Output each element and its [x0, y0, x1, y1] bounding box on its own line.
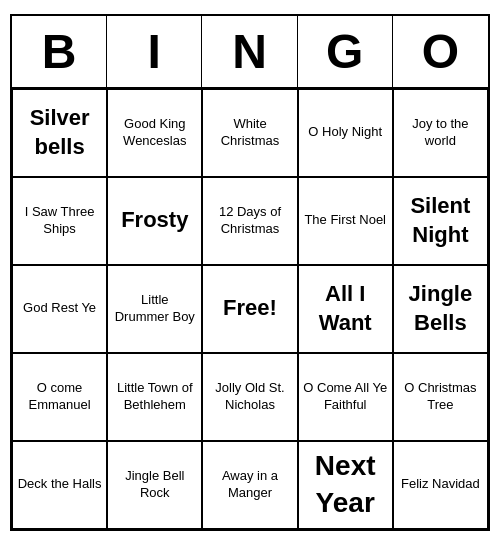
bingo-cell-3: White Christmas: [202, 89, 297, 177]
bingo-cell-20: O Christmas Tree: [393, 353, 488, 441]
bingo-cell-14: All I Want: [298, 265, 393, 353]
bingo-letter-b: B: [12, 16, 107, 87]
bingo-card: BINGO Silver bellsGood King WenceslasWhi…: [10, 14, 490, 531]
bingo-cell-8: 12 Days of Christmas: [202, 177, 297, 265]
bingo-cell-4: O Holy Night: [298, 89, 393, 177]
bingo-cell-21: Deck the Halls: [12, 441, 107, 529]
bingo-cell-15: Jingle Bells: [393, 265, 488, 353]
bingo-letter-i: I: [107, 16, 202, 87]
bingo-cell-18: Jolly Old St. Nicholas: [202, 353, 297, 441]
bingo-cell-24: Next Year: [298, 441, 393, 529]
bingo-cell-16: O come Emmanuel: [12, 353, 107, 441]
bingo-cell-25: Feliz Navidad: [393, 441, 488, 529]
bingo-cell-13: Free!: [202, 265, 297, 353]
bingo-cell-1: Silver bells: [12, 89, 107, 177]
bingo-cell-7: Frosty: [107, 177, 202, 265]
bingo-cell-11: God Rest Ye: [12, 265, 107, 353]
bingo-cell-23: Away in a Manger: [202, 441, 297, 529]
bingo-cell-2: Good King Wenceslas: [107, 89, 202, 177]
bingo-header: BINGO: [12, 16, 488, 89]
bingo-grid: Silver bellsGood King WenceslasWhite Chr…: [12, 89, 488, 529]
bingo-letter-o: O: [393, 16, 488, 87]
bingo-cell-17: Little Town of Bethlehem: [107, 353, 202, 441]
bingo-letter-n: N: [202, 16, 297, 87]
bingo-cell-10: Silent Night: [393, 177, 488, 265]
bingo-cell-5: Joy to the world: [393, 89, 488, 177]
bingo-cell-19: O Come All Ye Faithful: [298, 353, 393, 441]
bingo-cell-22: Jingle Bell Rock: [107, 441, 202, 529]
bingo-cell-12: Little Drummer Boy: [107, 265, 202, 353]
bingo-cell-9: The First Noel: [298, 177, 393, 265]
bingo-letter-g: G: [298, 16, 393, 87]
bingo-cell-6: I Saw Three Ships: [12, 177, 107, 265]
